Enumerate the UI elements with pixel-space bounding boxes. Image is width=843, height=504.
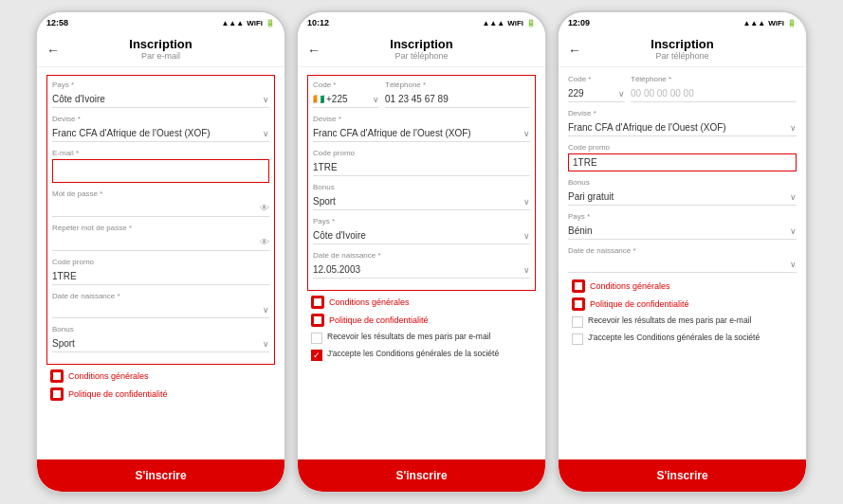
promo-highlight-3: 1TRE <box>568 153 797 171</box>
code-input-3[interactable]: 229 ∨ <box>568 85 625 102</box>
status-time-3: 12:09 <box>568 18 590 27</box>
bonus-input-2[interactable]: Sport ∨ <box>313 193 530 210</box>
password-label-1: Mot de passe * <box>52 189 269 198</box>
phone-input-3[interactable]: 00 00 00 00 00 <box>631 85 797 102</box>
dob-group-2: Date de naissance * 12.05.2003 ∨ <box>313 251 530 279</box>
page-title-2: Inscription <box>298 37 545 51</box>
header-3: ← Inscription Par téléphone <box>559 33 806 67</box>
dob-input-3[interactable]: ∨ <box>568 257 797 273</box>
privacy-link-1[interactable]: Politique de confidentialité <box>46 387 275 401</box>
eye-icon-2: 👁 <box>260 237 269 247</box>
dob-group-1: Date de naissance * ∨ <box>52 292 269 318</box>
scroll-area-2: Code * 🇨🇮 +225 ∨ Téléphone * 01 23 <box>298 67 545 459</box>
promo-group-3: Code promo 1TRE <box>568 143 797 171</box>
devise-group-1: Devise * Franc CFA d'Afrique de l'Ouest … <box>52 115 269 142</box>
bonus-input-3[interactable]: Pari gratuit ∨ <box>568 189 797 206</box>
scroll-area-1: Pays * Côte d'Ivoire ∨ Devise * Franc CF… <box>37 67 284 459</box>
checkbox-text-1-3: Recevoir les résultats de mes paris par … <box>588 315 751 326</box>
back-button-2[interactable]: ← <box>307 43 321 58</box>
pays-input-3[interactable]: Bénin ∨ <box>568 223 797 240</box>
bonus-label-2: Bonus <box>313 183 530 191</box>
pays-group-2: Pays * Côte d'Ivoire ∨ <box>313 217 530 244</box>
dob-input-2[interactable]: 12.05.2003 ∨ <box>313 261 530 279</box>
pays-group-3: Pays * Bénin ∨ <box>568 212 797 240</box>
code-label-3: Code * <box>568 75 625 83</box>
privacy-icon-3 <box>572 297 585 311</box>
checkbox-icon-1-2[interactable] <box>311 333 322 344</box>
conditions-icon-1 <box>50 369 64 383</box>
devise-group-3: Devise * Franc CFA d'Afrique de l'Ouest … <box>568 109 797 136</box>
repeat-password-label-1: Répéter mot de passe * <box>52 224 269 232</box>
pays-input-2[interactable]: Côte d'Ivoire ∨ <box>313 227 530 244</box>
checkbox-2-2[interactable]: ✓ J'accepte les Conditions générales de … <box>307 349 536 361</box>
chevron-icon-6: ∨ <box>523 129 530 138</box>
conditions-link-2[interactable]: Conditions générales <box>307 296 536 309</box>
svg-rect-4 <box>575 282 582 290</box>
bonus-group-1: Bonus Sport ∨ <box>52 325 269 352</box>
page-subtitle-2: Par téléphone <box>298 51 545 61</box>
password-input-1[interactable]: 👁 <box>52 200 269 217</box>
privacy-text-2: Politique de confidentialité <box>329 315 429 325</box>
devise-input-1[interactable]: Franc CFA d'Afrique de l'Ouest (XOF) ∨ <box>52 125 269 142</box>
chevron-icon-8: ∨ <box>523 231 530 241</box>
code-input-2[interactable]: 🇨🇮 +225 ∨ <box>313 91 379 108</box>
bonus-group-2: Bonus Sport ∨ <box>313 183 530 210</box>
header-2: ← Inscription Par téléphone <box>298 33 545 67</box>
conditions-icon-3 <box>572 279 585 293</box>
checkbox-icon-2-2[interactable]: ✓ <box>311 350 322 361</box>
privacy-icon-2 <box>311 314 324 327</box>
status-time-2: 10:12 <box>307 18 329 27</box>
chevron-icon-7: ∨ <box>523 197 530 207</box>
phone-input-2[interactable]: 01 23 45 67 89 <box>385 91 530 108</box>
promo-input-2[interactable]: 1TRE <box>313 159 530 176</box>
dob-input-1[interactable]: ∨ <box>52 302 269 318</box>
conditions-link-3[interactable]: Conditions générales <box>568 279 797 293</box>
devise-group-2: Devise * Franc CFA d'Afrique de l'Ouest … <box>313 115 530 142</box>
privacy-link-3[interactable]: Politique de confidentialité <box>568 297 797 311</box>
chevron-icon-14: ∨ <box>790 260 797 269</box>
checkbox-1-2[interactable]: Recevoir les résultats de mes paris par … <box>307 332 536 344</box>
email-input-1[interactable] <box>57 163 265 179</box>
status-bar-3: 12:09 ▲▲▲ WiFi 🔋 <box>559 12 806 33</box>
sinscire-button-3[interactable]: S'inscrire <box>559 459 806 492</box>
dob-label-2: Date de naissance * <box>313 251 530 260</box>
sinscire-button-1[interactable]: S'inscrire <box>37 459 284 492</box>
back-button-3[interactable]: ← <box>568 43 581 58</box>
checkbox-icon-1-3[interactable] <box>572 316 583 328</box>
devise-label-3: Devise * <box>568 109 797 117</box>
checkbox-icon-2-3[interactable] <box>572 333 583 345</box>
scroll-area-3: Code * 229 ∨ Téléphone * 00 00 00 00 00 … <box>559 67 806 459</box>
status-icons-3: ▲▲▲ WiFi 🔋 <box>742 19 797 27</box>
privacy-link-2[interactable]: Politique de confidentialité <box>307 314 536 327</box>
chevron-icon-13: ∨ <box>790 226 797 236</box>
phone-label-3: Téléphone * <box>631 75 797 83</box>
conditions-text-1: Conditions générales <box>68 371 149 381</box>
status-time-1: 12:58 <box>46 18 68 27</box>
pays-label-3: Pays * <box>568 212 797 221</box>
back-button-1[interactable]: ← <box>46 43 60 58</box>
page-subtitle-3: Par téléphone <box>559 51 806 61</box>
chevron-icon-4: ∨ <box>263 339 269 349</box>
checkbox-text-2-3: J'accepte les Conditions générales de la… <box>588 333 760 343</box>
devise-input-3[interactable]: Franc CFA d'Afrique de l'Ouest (XOF) ∨ <box>568 119 797 136</box>
dob-group-3: Date de naissance * ∨ <box>568 246 797 273</box>
bonus-label-1: Bonus <box>52 325 269 333</box>
promo-input-1[interactable]: 1TRE <box>52 268 269 285</box>
checkbox-1-3[interactable]: Recevoir les résultats de mes paris par … <box>568 315 797 328</box>
bonus-input-1[interactable]: Sport ∨ <box>52 335 269 352</box>
repeat-password-input-1[interactable]: 👁 <box>52 234 269 251</box>
pays-input-1[interactable]: Côte d'Ivoire ∨ <box>52 91 269 108</box>
form-red-box-2: Code * 🇨🇮 +225 ∨ Téléphone * 01 23 <box>307 75 536 291</box>
promo-group-2: Code promo 1TRE <box>313 149 530 176</box>
code-label-2: Code * <box>313 81 379 89</box>
header-1: ← Inscription Par e-mail <box>37 33 284 67</box>
conditions-link-1[interactable]: Conditions générales <box>46 369 275 383</box>
phone-frame-3: 12:09 ▲▲▲ WiFi 🔋 ← Inscription Par télép… <box>557 10 808 494</box>
checkbox-2-3[interactable]: J'accepte les Conditions générales de la… <box>568 333 797 345</box>
bonus-group-3: Bonus Pari gratuit ∨ <box>568 178 797 206</box>
email-label-1: E-mail * <box>52 149 269 157</box>
privacy-icon-1 <box>50 387 64 401</box>
sinscire-button-2[interactable]: S'inscrire <box>298 459 545 492</box>
devise-input-2[interactable]: Franc CFA d'Afrique de l'Ouest (XOF) ∨ <box>313 125 530 142</box>
status-icons-2: ▲▲▲ WiFi 🔋 <box>482 19 536 27</box>
